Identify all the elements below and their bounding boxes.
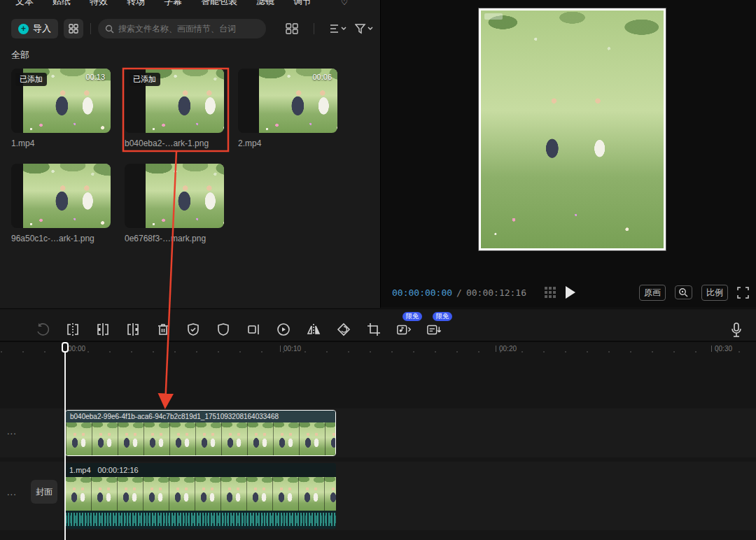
undo-icon [35, 322, 50, 337]
divider [314, 23, 314, 34]
import-button[interactable]: + 导入 [11, 19, 58, 38]
track-options-button[interactable]: ... [7, 487, 21, 497]
timeline-clip-image[interactable]: b040eba2-99e6-4f1b-aca6-94c7b2c819d1_175… [65, 410, 336, 456]
split-keep-left-icon [95, 322, 111, 337]
media-filename: 96a50c1c-…ark-1.png [11, 234, 111, 243]
frame-grid-icon[interactable] [545, 287, 556, 298]
fullscreen-icon[interactable] [737, 287, 749, 299]
clip-filename-label: b040eba2-99e6-4f1b-aca6-94c7b2c819d1_175… [66, 411, 335, 422]
menu-tab-captions[interactable]: 字幕 [164, 0, 182, 8]
undo-button[interactable] [35, 313, 50, 337]
media-filename: 2.mp4 [238, 138, 337, 148]
library-toolbar: + 导入 [11, 18, 373, 39]
import-label: 导入 [33, 22, 51, 35]
search-input[interactable] [118, 24, 259, 34]
timeline-clip-video[interactable]: 1.mp4 00:00:12:16 [65, 463, 336, 529]
ruler-label: 00:10 [280, 345, 301, 353]
duration-label: 00:13 [85, 73, 105, 81]
rotate-button[interactable] [336, 313, 351, 337]
media-thumbnail: 已添加 00:13 [11, 69, 111, 133]
media-thumbnail: 00:06 [238, 69, 337, 133]
playhead-line[interactable] [64, 342, 66, 540]
menu-tab-effects[interactable]: 特效 [90, 0, 108, 8]
free-badge: 限免 [402, 312, 422, 321]
clip-duration-label: 00:00:12:16 [98, 466, 139, 474]
overlay-icon [246, 322, 261, 337]
preview-play-button[interactable] [276, 313, 291, 337]
ratio-button[interactable]: 比例 [701, 285, 728, 301]
preview-controls: 00:00:00:00 / 00:00:12:16 原画 比例 [392, 282, 749, 303]
menu-tab-adjust[interactable]: 调节 [293, 0, 312, 8]
preview-image [479, 8, 666, 250]
extract-audio-button[interactable]: 限免 [396, 313, 412, 337]
media-item-96a5-png[interactable]: 96a50c1c-…ark-1.png [11, 164, 111, 243]
extract-captions-button[interactable]: 限免 [426, 313, 442, 337]
app-window: 文本 贴纸 特效 转场 字幕 智能包装 滤镜 调节 ♡ + 导入 [0, 0, 756, 540]
menu-tab-text[interactable]: 文本 [15, 0, 34, 8]
media-filename: b040eba2-…ark-1.png [125, 138, 224, 148]
timecode-separator: / [456, 287, 462, 298]
preview-art [481, 10, 664, 248]
filter-all-label[interactable]: 全部 [11, 49, 29, 62]
record-voiceover-button[interactable] [729, 315, 744, 339]
play-circle-icon [276, 322, 291, 337]
menu-tab-smart-package[interactable]: 智能包装 [201, 0, 237, 8]
crop-icon [366, 322, 382, 337]
shield-check-icon [186, 322, 201, 337]
clip-filename-label: 1.mp4 [69, 466, 91, 474]
grid-view-icon[interactable] [286, 23, 298, 34]
delete-button[interactable] [155, 313, 171, 337]
sort-icon[interactable] [330, 23, 346, 34]
material-collection-button[interactable] [64, 19, 83, 38]
media-thumbnail: 已添加 [125, 69, 224, 133]
watermark [484, 13, 503, 20]
mirror-button[interactable] [306, 313, 321, 337]
media-thumbnail [11, 164, 111, 228]
plus-icon: + [18, 24, 29, 34]
overlay-button[interactable] [246, 313, 261, 337]
rotate-icon [336, 322, 351, 337]
split-keep-left-button[interactable] [95, 313, 111, 337]
preview-panel: 00:00:00:00 / 00:00:12:16 原画 比例 [380, 0, 756, 308]
menu-tab-sticker[interactable]: 贴纸 [52, 0, 71, 8]
protect-button[interactable] [216, 313, 231, 337]
original-quality-button[interactable]: 原画 [639, 285, 666, 301]
search-icon [105, 24, 114, 34]
clip-filmstrip [65, 477, 336, 511]
time-ruler[interactable]: 00:00 00:10 00:20 00:30 [0, 342, 756, 357]
zoom-button[interactable] [675, 285, 692, 299]
cover-button[interactable]: 封面 [31, 480, 57, 504]
media-item-1mp4[interactable]: 已添加 00:13 1.mp4 [11, 69, 111, 148]
play-icon [566, 286, 575, 299]
filter-icon[interactable] [355, 23, 373, 34]
media-item-2mp4[interactable]: 00:06 2.mp4 [238, 69, 337, 148]
media-filename: 0e6768f3-…mark.png [125, 234, 224, 243]
split-icon [65, 322, 80, 337]
menu-tab-filters[interactable]: 滤镜 [256, 0, 274, 8]
added-badge: 已添加 [129, 73, 160, 86]
collection-icon [69, 24, 78, 34]
duration-label: 00:06 [312, 73, 332, 81]
search-box[interactable] [98, 19, 266, 38]
image-thumbnail-art [23, 164, 111, 228]
mirror-icon [306, 322, 321, 337]
split-keep-right-icon [125, 322, 141, 337]
favorites-icon[interactable]: ♡ [341, 0, 348, 7]
split-button[interactable] [65, 313, 80, 337]
top-menu-bar: 文本 贴纸 特效 转场 字幕 智能包装 滤镜 调节 ♡ [0, 0, 380, 10]
total-timecode: 00:00:12:16 [466, 287, 526, 298]
ruler-label: 00:30 [711, 345, 732, 353]
play-button[interactable] [561, 283, 580, 301]
media-item-0e67-png[interactable]: 0e6768f3-…mark.png [125, 164, 224, 243]
sticker-protect-button[interactable] [186, 313, 201, 337]
media-filename: 1.mp4 [11, 138, 111, 148]
media-item-b040-png[interactable]: 已添加 b040eba2-…ark-1.png [125, 69, 224, 148]
track-options-button[interactable]: ... [7, 426, 21, 436]
extract-audio-icon [396, 322, 412, 337]
crop-button[interactable] [366, 313, 382, 337]
microphone-icon [729, 322, 744, 339]
split-keep-right-button[interactable] [125, 313, 141, 337]
menu-tab-transition[interactable]: 转场 [127, 0, 145, 8]
playhead-handle[interactable] [62, 342, 69, 353]
ruler-label: 00:20 [496, 345, 517, 353]
